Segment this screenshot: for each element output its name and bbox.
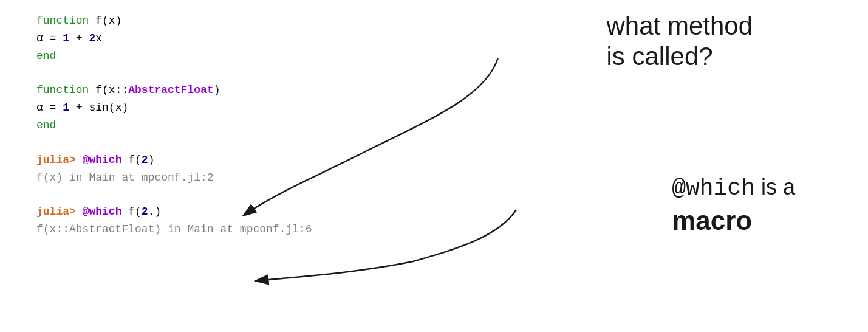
repl-num-2: 2. bbox=[142, 206, 155, 218]
answer-is-a: is a bbox=[755, 175, 795, 199]
op-1: + bbox=[69, 32, 89, 44]
code-area: function f(x) α = 1 + 2x end function f(… bbox=[36, 12, 312, 238]
repl-block-2: julia> @which f(2.) f(x::AbstractFloat) … bbox=[36, 203, 312, 238]
question-text: what method is called? bbox=[607, 12, 753, 71]
code-line-1-1: function f(x) bbox=[36, 12, 312, 30]
repl-num-1: 2 bbox=[142, 154, 148, 166]
repl-close-1: ) bbox=[148, 154, 155, 166]
expr-sin: + sin(x) bbox=[69, 102, 128, 114]
code-line-1-2: α = 1 + 2x bbox=[36, 30, 312, 47]
code-line-1-3: end bbox=[36, 47, 312, 65]
macro-which-2: @which bbox=[83, 206, 122, 218]
keyword-function-1: function bbox=[36, 15, 89, 27]
end-1: end bbox=[36, 50, 56, 62]
output-text-1: f(x) in Main at mpconf.jl:2 bbox=[36, 171, 214, 184]
end-2: end bbox=[36, 119, 56, 131]
answer-mono: @which bbox=[672, 175, 755, 201]
repl-close-2: ) bbox=[154, 206, 161, 218]
prompt-2: julia> bbox=[36, 206, 83, 218]
repl-line-1: julia> @which f(2) bbox=[36, 151, 312, 169]
func-sig-2b: ) bbox=[214, 84, 220, 96]
num-2x: 2 bbox=[89, 32, 95, 44]
var-alpha-2: α = bbox=[36, 102, 63, 114]
code-block-1: function f(x) α = 1 + 2x end bbox=[36, 12, 312, 64]
annotation-question: what method is called? bbox=[607, 11, 753, 72]
code-line-2-3: end bbox=[36, 117, 312, 134]
num-1: 1 bbox=[63, 32, 69, 44]
type-abstractfloat: AbstractFloat bbox=[128, 84, 213, 96]
answer-line-2: macro bbox=[672, 203, 795, 238]
keyword-function-2: function bbox=[36, 84, 89, 96]
var-x-1: x bbox=[95, 32, 102, 44]
code-block-2: function f(x::AbstractFloat) α = 1 + sin… bbox=[36, 81, 312, 134]
annotation-answer: @which is a macro bbox=[672, 173, 795, 238]
repl-output-1: f(x) in Main at mpconf.jl:2 bbox=[36, 169, 312, 187]
func-sig-1: f(x) bbox=[95, 15, 121, 27]
answer-line-1: @which is a bbox=[672, 173, 795, 203]
code-line-2-1: function f(x::AbstractFloat) bbox=[36, 81, 312, 99]
var-alpha-1: α = bbox=[36, 32, 63, 44]
num-3: 1 bbox=[63, 102, 69, 114]
answer-macro: macro bbox=[672, 206, 752, 235]
output-text-2: f(x::AbstractFloat) in Main at mpconf.jl… bbox=[36, 223, 312, 235]
repl-output-2: f(x::AbstractFloat) in Main at mpconf.jl… bbox=[36, 221, 312, 238]
prompt-1: julia> bbox=[36, 154, 83, 166]
repl-block-1: julia> @which f(2) f(x) in Main at mpcon… bbox=[36, 151, 312, 187]
code-line-2-2: α = 1 + sin(x) bbox=[36, 99, 312, 117]
repl-call-1: f( bbox=[121, 154, 141, 166]
repl-line-2: julia> @which f(2.) bbox=[36, 203, 312, 221]
repl-call-2: f( bbox=[121, 206, 141, 218]
func-sig-2a: f(x:: bbox=[95, 84, 128, 96]
macro-which-1: @which bbox=[83, 154, 122, 166]
